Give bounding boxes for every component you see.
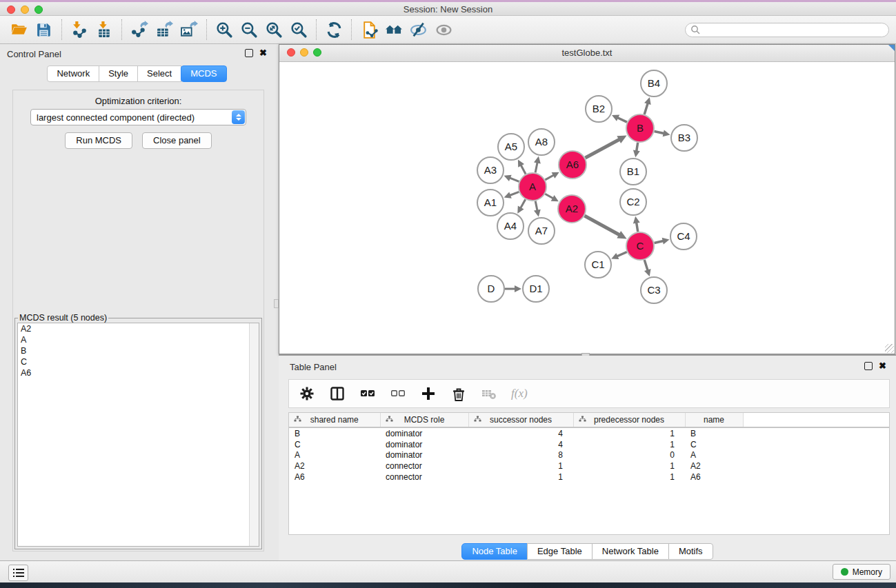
column-header-shared-name[interactable]: shared name bbox=[289, 413, 380, 427]
cytoscape-window: Session: New Session Control Panel ✖ Net… bbox=[0, 0, 896, 588]
task-history-button[interactable] bbox=[8, 565, 28, 581]
edge-A2-C bbox=[584, 216, 620, 235]
cell-successor-nodes: 4 bbox=[468, 427, 573, 439]
search-box[interactable] bbox=[685, 23, 889, 37]
zoom-out-button[interactable] bbox=[237, 18, 261, 41]
mcds-result-item[interactable]: B bbox=[18, 345, 259, 356]
tab-network[interactable]: Network bbox=[47, 65, 99, 82]
network-window-titlebar[interactable]: testGlobe.txt bbox=[279, 45, 895, 62]
graph-node-label-B1: B1 bbox=[627, 165, 639, 177]
tab-edge-table[interactable]: Edge Table bbox=[527, 543, 593, 560]
tab-network-table[interactable]: Network Table bbox=[592, 543, 669, 560]
column-header-predecessor-nodes[interactable]: predecessor nodes bbox=[573, 413, 685, 427]
close-panel-icon[interactable]: ✖ bbox=[259, 50, 267, 57]
show-all-button[interactable] bbox=[431, 18, 456, 41]
cell-shared-name: B bbox=[289, 427, 380, 439]
cell-filler bbox=[743, 427, 889, 439]
column-layout-button[interactable] bbox=[329, 385, 346, 402]
toolbar-separator bbox=[316, 19, 317, 40]
toolbar-separator bbox=[121, 19, 122, 40]
column-type-icon bbox=[294, 416, 301, 423]
cell-filler bbox=[743, 472, 889, 483]
cell-name: A bbox=[685, 450, 743, 461]
function-builder-icon: f(x) bbox=[511, 387, 528, 401]
open-file-button[interactable] bbox=[7, 18, 32, 41]
edge-A-A2 bbox=[545, 194, 554, 199]
memory-button[interactable]: Memory bbox=[833, 564, 890, 580]
mcds-result-item[interactable]: A6 bbox=[18, 367, 259, 378]
tab-node-table[interactable]: Node Table bbox=[461, 543, 528, 560]
import-network-button[interactable] bbox=[67, 18, 92, 41]
cell-name: A2 bbox=[685, 460, 743, 472]
arrowhead-C-C2 bbox=[633, 216, 640, 224]
zoom-selected-button[interactable] bbox=[286, 18, 311, 41]
tab-select[interactable]: Select bbox=[137, 65, 181, 82]
delete-row-button[interactable] bbox=[450, 385, 467, 402]
home-view-button[interactable] bbox=[381, 18, 406, 41]
column-header-MCDS-role[interactable]: MCDS role bbox=[380, 413, 468, 427]
settings-gear-button[interactable] bbox=[299, 385, 315, 402]
column-header-filler bbox=[743, 413, 889, 427]
arrowhead-C-C3 bbox=[644, 269, 651, 276]
float-panel-icon[interactable] bbox=[245, 49, 253, 57]
table-row-C[interactable]: Cdominator41C bbox=[289, 439, 889, 450]
active-view-corner-icon bbox=[888, 45, 895, 51]
tab-motifs[interactable]: Motifs bbox=[668, 543, 713, 560]
graph-node-label-C2: C2 bbox=[626, 196, 639, 207]
tab-style[interactable]: Style bbox=[99, 65, 138, 82]
split-handle-left[interactable] bbox=[274, 299, 279, 308]
graph-node-label-B4: B4 bbox=[648, 77, 660, 89]
export-image-button[interactable] bbox=[177, 18, 201, 41]
graph-node-label-A5: A5 bbox=[505, 141, 517, 152]
window-resize-grip[interactable] bbox=[885, 344, 894, 353]
network-from-document-button[interactable] bbox=[357, 18, 381, 41]
mcds-result-item[interactable]: A2 bbox=[18, 323, 259, 334]
zoom-fit-button[interactable] bbox=[261, 18, 286, 41]
select-all-button[interactable] bbox=[359, 385, 376, 402]
refresh-layout-button[interactable] bbox=[321, 18, 346, 41]
run-mcds-button[interactable]: Run MCDS bbox=[65, 132, 132, 149]
graph-node-label-A8: A8 bbox=[535, 136, 548, 148]
add-row-icon bbox=[421, 386, 436, 401]
table-toolbar: f(x) bbox=[288, 379, 890, 408]
edge-B-B4 bbox=[644, 103, 648, 114]
save-session-button[interactable] bbox=[32, 18, 57, 41]
column-header-name[interactable]: name bbox=[685, 413, 743, 427]
hide-selection-button[interactable] bbox=[406, 18, 431, 41]
search-input[interactable] bbox=[700, 23, 888, 36]
table-row-A6[interactable]: A6connector11A6 bbox=[289, 472, 889, 483]
column-header-successor-nodes[interactable]: successor nodes bbox=[468, 413, 573, 427]
export-network-button[interactable] bbox=[127, 18, 152, 41]
mcds-result-fieldset: MCDS result (5 nodes) A2ABCA6 bbox=[14, 313, 262, 549]
cell-shared-name: A bbox=[289, 450, 380, 461]
save-session-icon bbox=[35, 21, 54, 39]
criterion-dropdown[interactable]: largest connected component (directed) bbox=[30, 109, 246, 125]
graph-node-label-A1: A1 bbox=[484, 196, 497, 208]
zoom-in-button[interactable] bbox=[212, 18, 237, 41]
table-row-A2[interactable]: A2connector11A2 bbox=[289, 460, 889, 472]
result-scrollbar-track[interactable] bbox=[249, 323, 259, 546]
arrowhead-B-B3 bbox=[663, 130, 670, 136]
mcds-result-item[interactable]: C bbox=[18, 356, 259, 367]
table-float-panel-icon[interactable] bbox=[864, 362, 873, 370]
close-panel-button[interactable]: Close panel bbox=[142, 132, 212, 149]
search-icon bbox=[690, 25, 700, 34]
import-table-button[interactable] bbox=[92, 18, 117, 41]
add-row-button[interactable] bbox=[420, 385, 437, 402]
cell-MCDS-role: dominator bbox=[380, 427, 468, 439]
cell-name: B bbox=[685, 427, 743, 439]
status-bar: Memory bbox=[0, 560, 896, 582]
tab-mcds[interactable]: MCDS bbox=[181, 65, 226, 82]
table-close-panel-icon[interactable]: ✖ bbox=[879, 363, 886, 369]
table-row-A[interactable]: Adominator80A bbox=[289, 450, 889, 461]
table-row-B[interactable]: Bdominator41B bbox=[289, 427, 889, 439]
edge-A-A4 bbox=[520, 199, 526, 208]
network-canvas[interactable]: B4B2BB3A5A8A6A3B1AA1C2A2A4A7C4CC1C3DD1 bbox=[279, 62, 895, 354]
deselect-all-button[interactable] bbox=[390, 385, 406, 402]
column-layout-icon bbox=[330, 386, 345, 401]
toolbar-button-groups bbox=[7, 18, 456, 41]
network-from-document-icon bbox=[360, 21, 379, 39]
export-table-button[interactable] bbox=[152, 18, 177, 41]
mcds-result-item[interactable]: A bbox=[18, 334, 259, 345]
import-table-icon bbox=[95, 21, 114, 39]
